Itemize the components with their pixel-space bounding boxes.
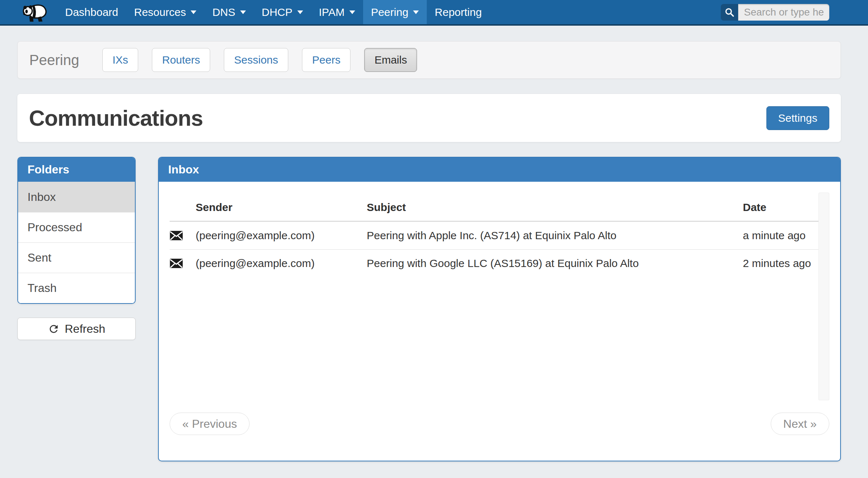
chevron-down-icon [240, 10, 246, 14]
table-row[interactable]: (peering@example.com) Peering with Apple… [170, 221, 818, 250]
nav-reporting-label: Reporting [435, 6, 482, 18]
nav-reporting[interactable]: Reporting [427, 0, 490, 24]
chevron-down-icon [349, 10, 355, 14]
refresh-button[interactable]: Refresh [17, 318, 136, 340]
nav-dns[interactable]: DNS [204, 0, 254, 24]
envelope-icon [170, 221, 196, 250]
top-navbar: Dashboard Resources DNS DHCP IPAM Peerin… [0, 0, 868, 26]
folder-item-inbox[interactable]: Inbox [18, 182, 135, 212]
nav-resources-label: Resources [134, 6, 186, 18]
folder-item-sent[interactable]: Sent [18, 242, 135, 273]
email-subject[interactable]: Peering with Google LLC (AS15169) at Equ… [367, 250, 743, 277]
global-search [721, 4, 829, 21]
tab-peers[interactable]: Peers [302, 48, 350, 72]
column-header-date[interactable]: Date [743, 193, 818, 221]
search-button[interactable] [721, 4, 738, 21]
nav-dhcp[interactable]: DHCP [254, 0, 311, 24]
search-icon [724, 7, 735, 17]
tab-routers[interactable]: Routers [152, 48, 210, 72]
folders-panel-header: Folders [18, 158, 135, 182]
folders-column: Folders Inbox Processed Sent Trash Refre… [17, 157, 136, 340]
table-row[interactable]: (peering@example.com) Peering with Googl… [170, 250, 818, 277]
nav-dashboard-label: Dashboard [65, 6, 118, 18]
peering-subnav: Peering IXs Routers Sessions Peers Email… [17, 41, 841, 79]
main-content: Folders Inbox Processed Sent Trash Refre… [17, 157, 841, 461]
nav-dhcp-label: DHCP [262, 6, 293, 18]
refresh-button-label: Refresh [65, 322, 105, 336]
nav-peering-label: Peering [371, 6, 408, 18]
column-header-subject[interactable]: Subject [367, 193, 743, 221]
subnav-title: Peering [29, 52, 79, 68]
nav-peering[interactable]: Peering [363, 0, 427, 24]
inbox-panel-body: Sender Subject Date [159, 182, 840, 461]
tab-ixs[interactable]: IXs [102, 48, 138, 72]
chevron-down-icon [191, 10, 196, 14]
table-header-row: Sender Subject Date [170, 193, 818, 221]
panda-logo-icon[interactable] [18, 2, 51, 23]
inbox-panel: Inbox Sender Subject Date [158, 157, 841, 461]
chevron-down-icon [297, 10, 303, 14]
email-sender[interactable]: (peering@example.com) [196, 221, 367, 250]
nav-ipam[interactable]: IPAM [311, 0, 363, 24]
envelope-icon [170, 250, 196, 277]
folders-panel: Folders Inbox Processed Sent Trash [17, 157, 136, 304]
email-date: a minute ago [743, 221, 818, 250]
nav-dashboard[interactable]: Dashboard [57, 0, 126, 24]
search-input[interactable] [738, 4, 829, 21]
tab-emails[interactable]: Emails [364, 48, 417, 72]
settings-button[interactable]: Settings [766, 106, 829, 130]
pagination: « Previous Next » [170, 413, 829, 461]
folder-item-trash[interactable]: Trash [18, 273, 135, 303]
email-subject[interactable]: Peering with Apple Inc. (AS714) at Equin… [367, 221, 743, 250]
page-header: Communications Settings [17, 94, 841, 142]
email-table-region: Sender Subject Date [170, 193, 829, 400]
email-table: Sender Subject Date [170, 193, 818, 277]
page-title: Communications [29, 105, 766, 131]
email-date: 2 minutes ago [743, 250, 818, 277]
main-nav: Dashboard Resources DNS DHCP IPAM Peerin… [57, 0, 490, 24]
tab-sessions[interactable]: Sessions [224, 48, 288, 72]
refresh-icon [48, 323, 60, 335]
next-page-button[interactable]: Next » [771, 413, 829, 435]
table-scrollbar[interactable] [818, 193, 829, 400]
column-header-sender[interactable]: Sender [196, 193, 367, 221]
nav-resources[interactable]: Resources [126, 0, 204, 24]
inbox-panel-header: Inbox [159, 158, 840, 182]
folder-item-processed[interactable]: Processed [18, 212, 135, 242]
email-sender[interactable]: (peering@example.com) [196, 250, 367, 277]
chevron-down-icon [413, 10, 419, 14]
previous-page-button[interactable]: « Previous [170, 413, 250, 435]
nav-ipam-label: IPAM [319, 6, 345, 18]
nav-dns-label: DNS [212, 6, 235, 18]
column-header-icon [170, 193, 196, 221]
